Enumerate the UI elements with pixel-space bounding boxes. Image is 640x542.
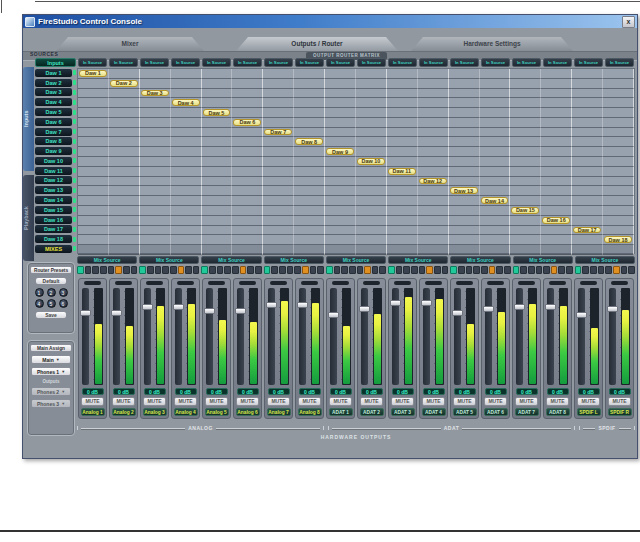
matrix-cell[interactable] <box>140 177 171 187</box>
mix-source-option[interactable] <box>613 266 620 274</box>
mix-source-option[interactable] <box>100 266 107 274</box>
matrix-cell[interactable] <box>603 157 634 167</box>
tab-mixer[interactable]: Mixer <box>56 37 204 51</box>
matrix-cell[interactable] <box>480 69 511 79</box>
matrix-cell[interactable] <box>171 147 202 157</box>
matrix-cell[interactable] <box>510 167 541 177</box>
matrix-cell[interactable] <box>541 79 572 89</box>
pan-slider[interactable] <box>363 281 381 285</box>
fader-track[interactable] <box>361 288 368 385</box>
matrix-cell[interactable] <box>603 137 634 147</box>
matrix-cell[interactable] <box>418 157 449 167</box>
mix-source-option[interactable] <box>496 266 503 274</box>
matrix-cell[interactable] <box>78 157 109 167</box>
matrix-cell[interactable] <box>109 137 140 147</box>
matrix-cell[interactable] <box>263 167 294 177</box>
pan-slider[interactable] <box>580 281 598 285</box>
pan-slider[interactable] <box>146 281 164 285</box>
matrix-cell[interactable] <box>263 89 294 99</box>
matrix-cell[interactable] <box>541 226 572 236</box>
mix-source-header[interactable]: Mix Source <box>201 256 261 264</box>
matrix-cell[interactable] <box>232 235 263 245</box>
matrix-cell[interactable] <box>109 118 140 128</box>
pan-slider[interactable] <box>487 281 505 285</box>
matrix-cell[interactable] <box>603 108 634 118</box>
route-assignment-pill[interactable]: Daw 18 <box>604 236 632 243</box>
matrix-cell[interactable] <box>140 196 171 206</box>
fader-cap[interactable] <box>483 306 494 312</box>
mix-source-option[interactable] <box>590 266 597 274</box>
matrix-row-label[interactable]: Daw 9 <box>35 146 76 156</box>
matrix-cell[interactable] <box>109 128 140 138</box>
mute-button[interactable]: MUTE <box>360 397 383 406</box>
matrix-cell[interactable] <box>78 128 109 138</box>
matrix-cell[interactable] <box>387 177 418 187</box>
matrix-cell[interactable]: Daw 16 <box>541 216 572 226</box>
matrix-cell[interactable] <box>263 137 294 147</box>
mix-source-option[interactable] <box>442 266 449 274</box>
matrix-cell[interactable] <box>325 118 356 128</box>
matrix-cell[interactable] <box>449 108 480 118</box>
mix-source-option[interactable] <box>217 266 224 274</box>
mix-source-option[interactable] <box>201 266 208 274</box>
matrix-cell[interactable] <box>140 167 171 177</box>
matrix-cell[interactable] <box>325 186 356 196</box>
matrix-cell[interactable] <box>449 167 480 177</box>
fader-track[interactable] <box>206 288 213 385</box>
matrix-cell[interactable] <box>387 118 418 128</box>
mute-button[interactable]: MUTE <box>484 397 507 406</box>
matrix-cell[interactable]: Daw 5 <box>202 108 233 118</box>
route-assignment-pill[interactable]: Daw 5 <box>203 109 231 116</box>
matrix-cell[interactable] <box>541 186 572 196</box>
in-source-header[interactable]: In Source <box>388 58 417 67</box>
route-assignment-pill[interactable]: Daw 16 <box>542 217 570 224</box>
fader-cap[interactable] <box>297 302 308 308</box>
matrix-row-label[interactable]: Daw 8 <box>35 136 76 146</box>
mix-source-option[interactable] <box>434 266 441 274</box>
fader-cap[interactable] <box>142 304 153 310</box>
mix-source-option[interactable] <box>92 266 99 274</box>
matrix-cell[interactable] <box>294 79 325 89</box>
matrix-cell[interactable] <box>78 216 109 226</box>
matrix-cell[interactable] <box>171 235 202 245</box>
matrix-cell[interactable] <box>356 128 387 138</box>
matrix-cell[interactable] <box>480 235 511 245</box>
fader-track[interactable] <box>516 288 523 385</box>
pan-slider[interactable] <box>84 281 102 285</box>
matrix-cell[interactable] <box>356 137 387 147</box>
matrix-cell[interactable] <box>356 69 387 79</box>
fader-track[interactable] <box>113 288 120 385</box>
mix-source-option[interactable] <box>558 266 565 274</box>
matrix-cell[interactable] <box>572 206 603 216</box>
matrix-row-label[interactable]: Daw 2 <box>35 78 76 88</box>
matrix-cell[interactable] <box>325 128 356 138</box>
matrix-cell[interactable] <box>480 89 511 99</box>
matrix-cell[interactable] <box>541 245 572 255</box>
matrix-cell[interactable] <box>356 177 387 187</box>
matrix-cell[interactable] <box>603 98 634 108</box>
mix-source-header[interactable]: Mix Source <box>450 256 510 264</box>
mix-source-option[interactable] <box>504 266 511 274</box>
mix-source-header[interactable]: Mix Source <box>139 256 199 264</box>
in-source-header[interactable]: In Source <box>202 58 231 67</box>
fader-cap[interactable] <box>452 310 463 316</box>
matrix-cell[interactable] <box>480 147 511 157</box>
matrix-cell[interactable] <box>171 245 202 255</box>
matrix-cell[interactable] <box>572 137 603 147</box>
mix-source-option[interactable] <box>357 266 364 274</box>
mix-source-option[interactable] <box>123 266 130 274</box>
mix-source-option[interactable] <box>334 266 341 274</box>
matrix-cell[interactable] <box>356 186 387 196</box>
matrix-cell[interactable] <box>109 196 140 206</box>
matrix-cell[interactable]: Daw 18 <box>603 235 634 245</box>
matrix-cell[interactable] <box>140 206 171 216</box>
mix-source-option[interactable] <box>224 266 231 274</box>
matrix-row-label[interactable]: Daw 7 <box>35 127 76 137</box>
pan-slider[interactable] <box>394 281 412 285</box>
preset-3-button[interactable]: 3 <box>59 288 68 297</box>
matrix-cell[interactable] <box>109 157 140 167</box>
fader-track[interactable] <box>578 288 585 385</box>
matrix-cell[interactable] <box>572 89 603 99</box>
matrix-cell[interactable] <box>202 206 233 216</box>
mix-source-option[interactable] <box>551 266 558 274</box>
